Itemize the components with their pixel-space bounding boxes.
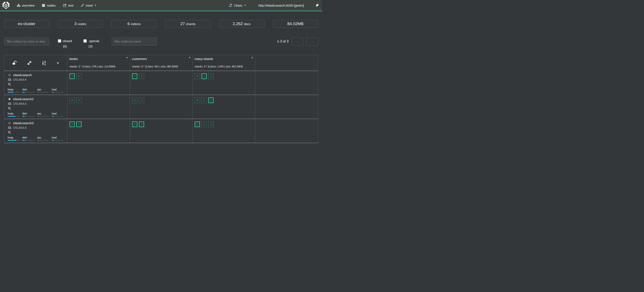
filter-nodes-input[interactable]: [112, 37, 157, 45]
heap-bar-fill: [8, 140, 16, 141]
stat-unit: indices: [131, 22, 141, 26]
metric-heap: heap: [8, 136, 20, 141]
special-label: .special: [88, 39, 99, 43]
nav-nodes-label: nodes: [47, 3, 56, 7]
hard-drive-icon: [8, 102, 11, 105]
node-name[interactable]: elasticsearch2: [13, 97, 34, 101]
shard-box-primary[interactable]: 2: [208, 97, 214, 103]
disconnect-plug-icon[interactable]: [315, 3, 319, 7]
node-name[interactable]: elasticsearch: [13, 73, 32, 77]
node-info-cell: ☆ elasticsearch 172.24.0.4: [4, 71, 67, 95]
wand-icon: [80, 3, 84, 7]
stat-value: 6: [128, 21, 130, 26]
shard-box-replica[interactable]: 1: [139, 97, 144, 103]
star-outline-icon: ☆: [8, 73, 11, 77]
disk-bar-fill: [22, 140, 25, 141]
metric-cpu: cpu: [37, 112, 49, 117]
shard-box-primary[interactable]: 0: [70, 122, 75, 127]
svg-text:A: A: [44, 61, 46, 63]
metric-label: cpu: [37, 88, 49, 91]
shard-number: 2: [141, 75, 142, 78]
shard-number: 1: [204, 123, 205, 126]
shard-box-primary[interactable]: 2: [76, 122, 82, 127]
star-outline-icon: ☆: [8, 122, 11, 125]
unlock-icon[interactable]: [12, 61, 17, 65]
shard-box-primary[interactable]: 0: [132, 122, 137, 127]
arrow-left-icon: ←: [296, 39, 299, 43]
shard-box-replica[interactable]: 0: [195, 73, 200, 79]
shard-box-replica[interactable]: 1: [76, 97, 82, 103]
index-menu-caret-icon[interactable]: ▼: [251, 57, 253, 59]
refresh-interval-dropdown[interactable]: 15sec ▼: [229, 3, 246, 7]
shard-number: 1: [134, 75, 136, 78]
shard-number: 0: [196, 99, 198, 102]
shard-box-replica[interactable]: 0: [132, 97, 137, 103]
shard-cell-many-shards: 0 1 2: [192, 95, 255, 119]
node-tools-cell: A Z ▼: [4, 55, 67, 71]
cluster-stats-row: es-cluster 3 nodes 6 indices 27 shards 2…: [4, 20, 318, 28]
cpu-bar: [37, 116, 49, 117]
shard-box-primary[interactable]: 0: [195, 122, 200, 127]
index-menu-caret-icon[interactable]: ▼: [126, 57, 128, 59]
table-options-caret-icon[interactable]: ▼: [56, 62, 59, 64]
heap-bar-fill: [8, 116, 15, 117]
nav-overview[interactable]: overview: [13, 0, 38, 11]
heap-bar: [8, 140, 20, 141]
shard-cell-books: 0 1: [67, 95, 130, 119]
shard-box-primary[interactable]: 1: [202, 73, 207, 79]
edit-icon: [63, 3, 66, 7]
metric-load: load: [52, 88, 64, 93]
index-stats: shards: 3 * 2| docs: 278 | size: 114.95K…: [70, 65, 115, 68]
index-menu-caret-icon[interactable]: ▼: [189, 57, 190, 59]
node-name[interactable]: elasticsearch3: [13, 121, 34, 125]
index-name[interactable]: many-shards: [195, 57, 213, 61]
shard-number: 0: [196, 123, 198, 126]
shard-cell-books: 1 2: [67, 71, 130, 95]
connection-status[interactable]: http://elasticsearch:9200 [green]: [258, 3, 304, 7]
shard-box-primary[interactable]: 1: [132, 73, 137, 79]
stat-value: 84.02MB: [287, 21, 304, 26]
shard-box-replica[interactable]: 2: [208, 73, 214, 79]
shard-box-primary[interactable]: 1: [70, 73, 75, 79]
shard-number: 1: [204, 75, 205, 78]
nav-more-label: more: [86, 3, 93, 7]
nav-nodes[interactable]: nodes: [38, 0, 59, 11]
shard-number: 1: [141, 99, 142, 102]
node-row-elasticsearch2: ★ elasticsearch2 172.24.0.2: [4, 95, 318, 119]
shard-box-replica[interactable]: 2: [139, 73, 144, 79]
stat-unit: nodes: [78, 22, 86, 26]
index-name[interactable]: books: [70, 57, 78, 61]
special-checkbox[interactable]: [84, 39, 87, 42]
metric-cpu: cpu: [37, 136, 49, 141]
shard-box-primary[interactable]: 2: [139, 122, 144, 127]
metric-label: load: [52, 136, 64, 139]
chevron-down-icon: ▼: [244, 4, 246, 6]
stat-unit: shards: [186, 22, 196, 26]
crop-icon: [8, 131, 11, 134]
metric-disk: disk: [22, 88, 34, 93]
stat-value: 2,262: [233, 21, 243, 26]
index-name[interactable]: customers: [132, 57, 147, 61]
shard-box-replica[interactable]: 0: [195, 97, 200, 103]
shard-box-replica[interactable]: 2: [208, 122, 214, 127]
expand-arrows-icon[interactable]: [27, 61, 32, 65]
next-page-button[interactable]: →: [306, 37, 318, 45]
shard-number: 0: [196, 75, 198, 78]
filter-indices-input[interactable]: [4, 37, 49, 45]
metric-label: heap: [8, 136, 20, 139]
sort-alpha-icon[interactable]: A Z: [42, 60, 47, 65]
nav-more[interactable]: more ▼: [77, 0, 100, 11]
shard-cell-empty: [255, 71, 318, 95]
nav-rest[interactable]: rest: [59, 0, 77, 11]
closed-checkbox[interactable]: [58, 39, 61, 42]
shard-box-replica[interactable]: 1: [202, 122, 207, 127]
cerebro-logo-icon[interactable]: [2, 1, 10, 9]
shard-box-replica[interactable]: 0: [70, 97, 75, 103]
prev-page-button[interactable]: ←: [292, 37, 303, 45]
metric-load: load: [52, 112, 64, 117]
shard-box-replica[interactable]: 2: [76, 73, 82, 79]
load-bar: [52, 116, 64, 117]
shard-box-replica[interactable]: 1: [202, 97, 207, 103]
heap-bar: [8, 116, 20, 117]
cpu-bar: [37, 140, 49, 141]
